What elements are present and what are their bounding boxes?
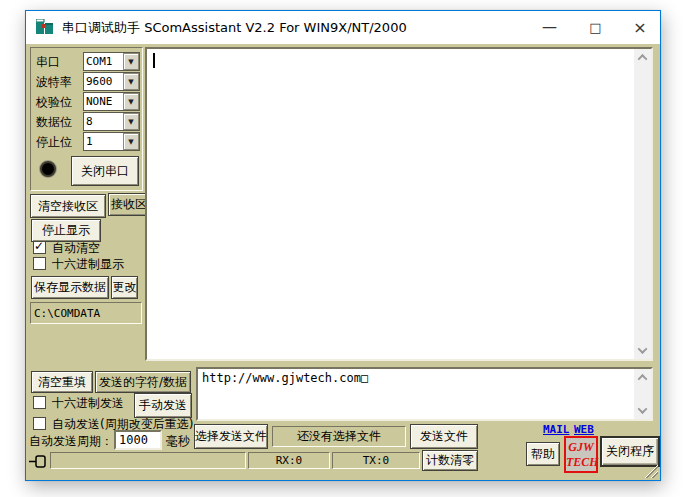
port-label: 串口 xyxy=(36,54,60,71)
chevron-down-icon[interactable]: ▼ xyxy=(123,133,139,150)
databits-select[interactable]: 8 ▼ xyxy=(83,112,140,131)
pin-icon xyxy=(29,454,49,469)
gjw-logo-line1: GJW xyxy=(566,440,596,455)
change-path-button[interactable]: 更改 xyxy=(111,276,138,299)
save-data-button[interactable]: 保存显示数据 xyxy=(31,276,109,299)
chevron-down-icon[interactable]: ▼ xyxy=(123,73,139,90)
scroll-up-icon[interactable] xyxy=(634,49,651,66)
window-title: 串口调试助手 SComAssistant V2.2 For WIN9X/NT/2… xyxy=(62,19,407,37)
text-cursor xyxy=(153,53,155,68)
screenshot: 串口调试助手 SComAssistant V2.2 For WIN9X/NT/2… xyxy=(0,0,688,497)
hex-send-checkbox[interactable]: ✓ xyxy=(33,396,46,409)
check-icon: ✓ xyxy=(34,239,44,253)
scroll-up-icon[interactable] xyxy=(634,369,651,386)
period-unit-label: 毫秒 xyxy=(166,433,190,450)
send-textarea[interactable]: http://www.gjwtech.com□ xyxy=(196,367,653,421)
auto-send-checkbox[interactable]: ✓ xyxy=(33,417,46,430)
client-area: 串口 波特率 校验位 数据位 停止位 COM1 ▼ 9600 ▼ NONE ▼ xyxy=(26,44,660,480)
chevron-down-icon[interactable]: ▼ xyxy=(123,113,139,130)
parity-value: NONE xyxy=(86,95,113,108)
resize-grip-icon[interactable] xyxy=(644,464,658,478)
scroll-down-icon[interactable] xyxy=(634,342,651,359)
baud-select[interactable]: 9600 ▼ xyxy=(83,72,140,91)
stopbits-value: 1 xyxy=(86,135,93,148)
receive-scrollbar[interactable] xyxy=(634,49,651,359)
minimize-icon[interactable]: — xyxy=(527,11,572,43)
auto-clear-checkbox[interactable]: ✓ xyxy=(33,241,46,254)
select-file-button[interactable]: 选择发送文件 xyxy=(194,424,268,449)
stopbits-select[interactable]: 1 ▼ xyxy=(83,132,140,151)
manual-send-button[interactable]: 手动发送 xyxy=(134,393,192,418)
com-status-indicator xyxy=(40,161,56,177)
app-window: 串口调试助手 SComAssistant V2.2 For WIN9X/NT/2… xyxy=(25,10,661,481)
clear-receive-button[interactable]: 清空接收区 xyxy=(30,194,106,218)
gjw-tech-logo[interactable]: GJW TECH xyxy=(564,436,598,473)
web-link[interactable]: WEB xyxy=(574,423,594,436)
scroll-down-icon[interactable] xyxy=(634,402,651,419)
send-scrollbar[interactable] xyxy=(634,369,651,419)
send-content: http://www.gjwtech.com□ xyxy=(202,371,368,385)
title-bar[interactable]: 串口调试助手 SComAssistant V2.2 For WIN9X/NT/2… xyxy=(26,11,660,44)
rx-counter: RX:0 xyxy=(248,452,330,469)
maximize-icon[interactable]: □ xyxy=(573,11,618,43)
receive-textarea[interactable] xyxy=(145,47,653,361)
databits-label: 数据位 xyxy=(36,114,72,131)
stopbits-label: 停止位 xyxy=(36,134,72,151)
mail-link[interactable]: MAIL xyxy=(543,423,570,436)
auto-send-period-label: 自动发送周期： xyxy=(29,433,113,450)
receive-area-label: 接收区 xyxy=(108,193,150,216)
help-button[interactable]: 帮助 xyxy=(526,442,560,466)
databits-value: 8 xyxy=(86,115,93,128)
port-select[interactable]: COM1 ▼ xyxy=(83,52,140,71)
close-program-button[interactable]: 关闭程序 xyxy=(600,436,660,467)
hex-display-checkbox[interactable]: ✓ xyxy=(33,257,46,270)
status-panel-empty xyxy=(50,452,246,469)
gjw-logo-line2: TECH xyxy=(566,455,596,470)
hex-send-label: 十六进制发送 xyxy=(52,395,124,412)
save-path-field: C:\COMDATA xyxy=(30,302,142,324)
baud-label: 波特率 xyxy=(36,74,72,91)
auto-clear-label: 自动清空 xyxy=(52,240,100,257)
hex-display-label: 十六进制显示 xyxy=(52,256,124,273)
clear-refill-button[interactable]: 清空重填 xyxy=(31,371,93,393)
chevron-down-icon[interactable]: ▼ xyxy=(123,93,139,110)
send-data-label: 发送的字符/数据 xyxy=(95,371,191,393)
auto-send-period-input[interactable]: 1000 xyxy=(114,430,162,450)
parity-select[interactable]: NONE ▼ xyxy=(83,92,140,111)
close-port-button[interactable]: 关闭串口 xyxy=(71,156,139,186)
chevron-down-icon[interactable]: ▼ xyxy=(123,53,139,70)
tx-counter: TX:0 xyxy=(332,452,420,469)
app-icon xyxy=(36,19,54,35)
close-icon[interactable]: × xyxy=(619,11,661,43)
port-value: COM1 xyxy=(86,55,113,68)
parity-label: 校验位 xyxy=(36,94,72,111)
send-file-button[interactable]: 发送文件 xyxy=(410,424,478,449)
port-settings-group: 串口 波特率 校验位 数据位 停止位 COM1 ▼ 9600 ▼ NONE ▼ xyxy=(30,47,143,191)
file-status-field: 还没有选择文件 xyxy=(272,426,406,447)
reset-counter-button[interactable]: 计数清零 xyxy=(422,450,478,471)
baud-value: 9600 xyxy=(86,75,113,88)
